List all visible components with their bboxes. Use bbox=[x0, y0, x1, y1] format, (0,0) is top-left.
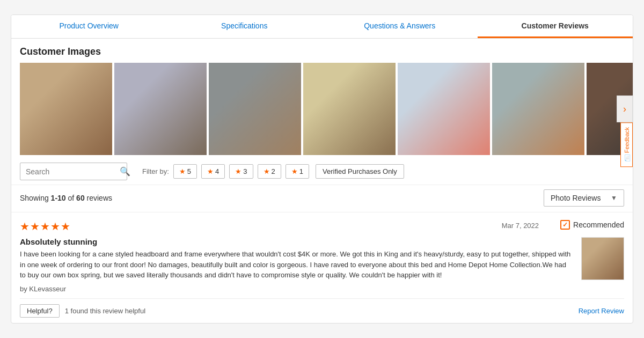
feedback-label: Feedback bbox=[624, 127, 630, 153]
filter-4-star[interactable]: ★ 4 bbox=[201, 164, 225, 179]
star-icon-1: ★ bbox=[291, 167, 298, 175]
review-image[interactable] bbox=[581, 237, 624, 280]
results-total: 60 bbox=[76, 194, 85, 202]
review-text-column: Absolutely stunning I have been looking … bbox=[20, 237, 573, 293]
star-5: ★ bbox=[61, 220, 70, 233]
customer-images-title: Customer Images bbox=[11, 39, 633, 63]
star-icon-3: ★ bbox=[235, 167, 241, 175]
filter-label: Filter by: bbox=[142, 167, 169, 175]
search-box[interactable]: 🔍 bbox=[20, 163, 127, 180]
helpful-count: 1 found this review helpful bbox=[65, 307, 145, 315]
customer-image-2[interactable] bbox=[114, 63, 207, 155]
tab-bar: Product Overview Specifications Question… bbox=[11, 15, 633, 39]
tab-questions-answers[interactable]: Questions & Answers bbox=[322, 15, 478, 38]
review-date: Mar 7, 2022 bbox=[502, 222, 539, 230]
results-range: 1-10 bbox=[51, 194, 66, 202]
feedback-icon: 📄 bbox=[623, 156, 630, 163]
recommended-badge: ✓ Recommended bbox=[560, 220, 624, 230]
customer-images-row: › bbox=[11, 63, 633, 155]
chevron-down-icon: ▼ bbox=[611, 194, 617, 202]
star-3: ★ bbox=[40, 220, 50, 233]
feedback-tab[interactable]: 📄 Feedback bbox=[620, 122, 633, 167]
filter-4-label: 4 bbox=[215, 167, 219, 175]
star-1: ★ bbox=[20, 220, 30, 233]
recommended-check-icon: ✓ bbox=[560, 220, 570, 230]
review-top: ★ ★ ★ ★ ★ Mar 7, 2022 ✓ Recommended bbox=[20, 220, 624, 233]
tab-customer-reviews[interactable]: Customer Reviews bbox=[478, 15, 633, 38]
star-4: ★ bbox=[50, 220, 60, 233]
recommended-label: Recommended bbox=[573, 221, 624, 229]
report-review-link[interactable]: Report Review bbox=[579, 307, 624, 315]
star-icon-2: ★ bbox=[264, 167, 270, 175]
results-row: Showing 1-10 of 60 reviews Photo Reviews… bbox=[11, 185, 633, 212]
customer-image-5[interactable] bbox=[398, 63, 490, 155]
filter-2-star[interactable]: ★ 2 bbox=[258, 164, 281, 179]
star-2: ★ bbox=[30, 220, 40, 233]
review-title: Absolutely stunning bbox=[20, 237, 573, 246]
filter-5-star[interactable]: ★ 5 bbox=[173, 164, 197, 179]
review-author: by KLevasseur bbox=[20, 285, 573, 293]
filter-row: 🔍 Filter by: ★ 5 ★ 4 ★ 3 ★ 2 ★ 1 bbox=[11, 155, 633, 185]
results-suffix: reviews bbox=[85, 194, 112, 202]
review-body: Absolutely stunning I have been looking … bbox=[20, 237, 624, 293]
showing-prefix: Showing bbox=[20, 194, 51, 202]
star-icon-5: ★ bbox=[179, 167, 186, 175]
filter-1-star[interactable]: ★ 1 bbox=[286, 164, 309, 179]
customer-image-3[interactable] bbox=[209, 63, 301, 155]
filter-1-label: 1 bbox=[299, 167, 303, 175]
filter-5-label: 5 bbox=[187, 167, 191, 175]
photo-reviews-label: Photo Reviews bbox=[551, 194, 601, 202]
verified-purchases-button[interactable]: Verified Purchases Only bbox=[316, 164, 404, 179]
helpful-section: Helpful? 1 found this review helpful bbox=[20, 304, 145, 318]
filter-2-label: 2 bbox=[272, 167, 275, 175]
review-footer: Helpful? 1 found this review helpful Rep… bbox=[20, 298, 624, 318]
helpful-button[interactable]: Helpful? bbox=[20, 304, 60, 318]
review-content: I have been looking for a cane styled he… bbox=[20, 249, 573, 281]
review-section: ★ ★ ★ ★ ★ Mar 7, 2022 ✓ Recommended bbox=[11, 212, 633, 323]
customer-image-6[interactable] bbox=[492, 63, 584, 155]
search-input[interactable] bbox=[26, 167, 120, 176]
images-next-arrow[interactable]: › bbox=[617, 95, 633, 122]
customer-image-1[interactable] bbox=[20, 63, 112, 155]
filter-3-label: 3 bbox=[243, 167, 247, 175]
search-button[interactable]: 🔍 bbox=[120, 166, 130, 177]
customer-image-4[interactable] bbox=[303, 63, 396, 155]
tab-specifications[interactable]: Specifications bbox=[167, 15, 323, 38]
filter-3-star[interactable]: ★ 3 bbox=[229, 164, 253, 179]
results-count: Showing 1-10 of 60 reviews bbox=[20, 194, 112, 202]
of-text: of bbox=[66, 194, 76, 202]
tab-product-overview[interactable]: Product Overview bbox=[11, 15, 167, 38]
star-icon-4: ★ bbox=[207, 167, 214, 175]
review-stars: ★ ★ ★ ★ ★ bbox=[20, 220, 70, 233]
photo-reviews-select[interactable]: Photo Reviews ▼ bbox=[544, 189, 624, 207]
